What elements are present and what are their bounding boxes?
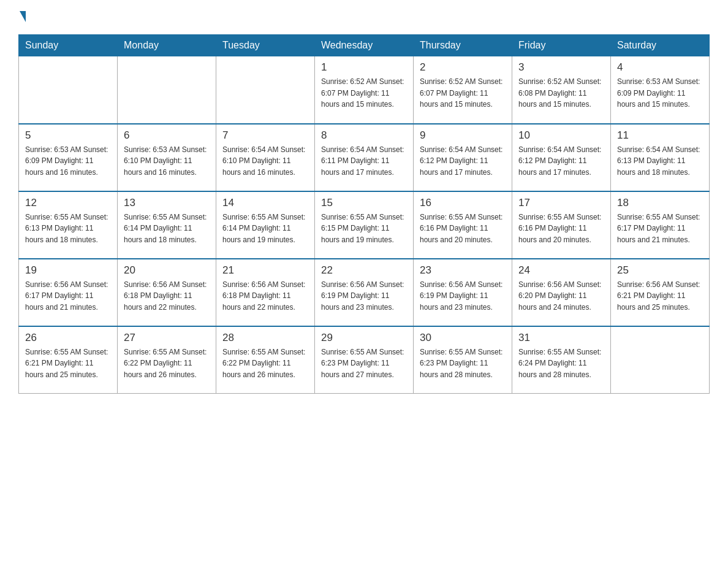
calendar-cell: 21Sunrise: 6:56 AM Sunset: 6:18 PM Dayli… [216,259,315,326]
calendar-cell: 25Sunrise: 6:56 AM Sunset: 6:21 PM Dayli… [611,259,710,326]
day-info: Sunrise: 6:56 AM Sunset: 6:19 PM Dayligh… [321,279,407,313]
calendar-cell: 3Sunrise: 6:52 AM Sunset: 6:08 PM Daylig… [512,56,611,124]
calendar-cell: 30Sunrise: 6:55 AM Sunset: 6:23 PM Dayli… [414,326,512,394]
calendar-cell: 4Sunrise: 6:53 AM Sunset: 6:09 PM Daylig… [611,56,710,124]
day-info: Sunrise: 6:55 AM Sunset: 6:13 PM Dayligh… [25,212,111,246]
day-info: Sunrise: 6:56 AM Sunset: 6:18 PM Dayligh… [124,279,210,313]
day-info: Sunrise: 6:55 AM Sunset: 6:16 PM Dayligh… [420,212,506,246]
calendar-cell: 23Sunrise: 6:56 AM Sunset: 6:19 PM Dayli… [414,259,512,326]
day-number: 25 [617,264,703,277]
day-number: 1 [321,61,407,74]
day-number: 3 [518,61,604,74]
calendar-cell: 14Sunrise: 6:55 AM Sunset: 6:14 PM Dayli… [216,191,315,259]
calendar-cell: 24Sunrise: 6:56 AM Sunset: 6:20 PM Dayli… [512,259,611,326]
day-number: 28 [222,332,308,344]
calendar-cell: 1Sunrise: 6:52 AM Sunset: 6:07 PM Daylig… [315,56,414,124]
calendar-cell: 10Sunrise: 6:54 AM Sunset: 6:12 PM Dayli… [512,124,611,191]
calendar-cell: 19Sunrise: 6:56 AM Sunset: 6:17 PM Dayli… [19,259,118,326]
logo [18,12,27,22]
day-info: Sunrise: 6:52 AM Sunset: 6:08 PM Dayligh… [518,76,604,110]
day-number: 26 [25,332,111,344]
day-number: 22 [321,264,407,277]
column-header-friday: Friday [512,35,611,56]
calendar-cell: 13Sunrise: 6:55 AM Sunset: 6:14 PM Dayli… [118,191,216,259]
calendar-table: SundayMondayTuesdayWednesdayThursdayFrid… [18,34,710,394]
day-number: 30 [420,332,506,344]
calendar-week-3: 12Sunrise: 6:55 AM Sunset: 6:13 PM Dayli… [19,191,710,259]
day-info: Sunrise: 6:56 AM Sunset: 6:21 PM Dayligh… [617,279,703,313]
calendar-cell [611,326,710,394]
calendar-cell: 22Sunrise: 6:56 AM Sunset: 6:19 PM Dayli… [315,259,414,326]
day-number: 9 [420,129,506,142]
day-info: Sunrise: 6:52 AM Sunset: 6:07 PM Dayligh… [321,76,407,110]
day-info: Sunrise: 6:55 AM Sunset: 6:22 PM Dayligh… [124,347,210,381]
calendar-cell: 16Sunrise: 6:55 AM Sunset: 6:16 PM Dayli… [414,191,512,259]
day-info: Sunrise: 6:55 AM Sunset: 6:21 PM Dayligh… [25,347,111,381]
column-header-saturday: Saturday [611,35,710,56]
column-header-sunday: Sunday [19,35,118,56]
calendar-cell: 11Sunrise: 6:54 AM Sunset: 6:13 PM Dayli… [611,124,710,191]
day-info: Sunrise: 6:53 AM Sunset: 6:09 PM Dayligh… [617,76,703,110]
calendar-cell: 31Sunrise: 6:55 AM Sunset: 6:24 PM Dayli… [512,326,611,394]
day-info: Sunrise: 6:55 AM Sunset: 6:15 PM Dayligh… [321,212,407,246]
calendar-week-5: 26Sunrise: 6:55 AM Sunset: 6:21 PM Dayli… [19,326,710,394]
day-info: Sunrise: 6:56 AM Sunset: 6:18 PM Dayligh… [222,279,308,313]
day-number: 20 [124,264,210,277]
calendar-week-4: 19Sunrise: 6:56 AM Sunset: 6:17 PM Dayli… [19,259,710,326]
calendar-cell [19,56,118,124]
calendar-week-2: 5Sunrise: 6:53 AM Sunset: 6:09 PM Daylig… [19,124,710,191]
day-info: Sunrise: 6:53 AM Sunset: 6:10 PM Dayligh… [124,144,210,178]
column-header-thursday: Thursday [414,35,512,56]
calendar-cell: 27Sunrise: 6:55 AM Sunset: 6:22 PM Dayli… [118,326,216,394]
day-info: Sunrise: 6:52 AM Sunset: 6:07 PM Dayligh… [420,76,506,110]
calendar-cell: 7Sunrise: 6:54 AM Sunset: 6:10 PM Daylig… [216,124,315,191]
calendar-cell: 28Sunrise: 6:55 AM Sunset: 6:22 PM Dayli… [216,326,315,394]
day-number: 5 [25,129,111,142]
calendar-cell: 6Sunrise: 6:53 AM Sunset: 6:10 PM Daylig… [118,124,216,191]
day-number: 31 [518,332,604,344]
calendar-cell: 5Sunrise: 6:53 AM Sunset: 6:09 PM Daylig… [19,124,118,191]
day-number: 6 [124,129,210,142]
day-info: Sunrise: 6:55 AM Sunset: 6:14 PM Dayligh… [124,212,210,246]
calendar-cell [216,56,315,124]
day-number: 13 [124,197,210,209]
day-number: 24 [518,264,604,277]
day-number: 7 [222,129,308,142]
day-info: Sunrise: 6:54 AM Sunset: 6:13 PM Dayligh… [617,144,703,178]
day-info: Sunrise: 6:54 AM Sunset: 6:12 PM Dayligh… [420,144,506,178]
day-number: 8 [321,129,407,142]
page-header [18,12,710,22]
day-info: Sunrise: 6:55 AM Sunset: 6:23 PM Dayligh… [420,347,506,381]
day-info: Sunrise: 6:56 AM Sunset: 6:20 PM Dayligh… [518,279,604,313]
calendar-cell: 17Sunrise: 6:55 AM Sunset: 6:16 PM Dayli… [512,191,611,259]
day-info: Sunrise: 6:55 AM Sunset: 6:16 PM Dayligh… [518,212,604,246]
day-info: Sunrise: 6:53 AM Sunset: 6:09 PM Dayligh… [25,144,111,178]
day-info: Sunrise: 6:55 AM Sunset: 6:22 PM Dayligh… [222,347,308,381]
day-info: Sunrise: 6:55 AM Sunset: 6:23 PM Dayligh… [321,347,407,381]
day-number: 12 [25,197,111,209]
calendar-cell: 29Sunrise: 6:55 AM Sunset: 6:23 PM Dayli… [315,326,414,394]
day-number: 18 [617,197,703,209]
column-header-wednesday: Wednesday [315,35,414,56]
day-number: 17 [518,197,604,209]
calendar-cell: 9Sunrise: 6:54 AM Sunset: 6:12 PM Daylig… [414,124,512,191]
calendar-cell: 8Sunrise: 6:54 AM Sunset: 6:11 PM Daylig… [315,124,414,191]
day-number: 10 [518,129,604,142]
day-number: 19 [25,264,111,277]
column-header-monday: Monday [118,35,216,56]
day-number: 4 [617,61,703,74]
calendar-week-1: 1Sunrise: 6:52 AM Sunset: 6:07 PM Daylig… [19,56,710,124]
day-number: 23 [420,264,506,277]
calendar-cell: 2Sunrise: 6:52 AM Sunset: 6:07 PM Daylig… [414,56,512,124]
day-number: 14 [222,197,308,209]
logo-triangle-icon [20,11,26,22]
day-info: Sunrise: 6:56 AM Sunset: 6:17 PM Dayligh… [25,279,111,313]
day-info: Sunrise: 6:55 AM Sunset: 6:14 PM Dayligh… [222,212,308,246]
day-number: 29 [321,332,407,344]
day-info: Sunrise: 6:55 AM Sunset: 6:24 PM Dayligh… [518,347,604,381]
calendar-cell: 20Sunrise: 6:56 AM Sunset: 6:18 PM Dayli… [118,259,216,326]
column-header-tuesday: Tuesday [216,35,315,56]
day-info: Sunrise: 6:56 AM Sunset: 6:19 PM Dayligh… [420,279,506,313]
day-number: 2 [420,61,506,74]
day-number: 11 [617,129,703,142]
